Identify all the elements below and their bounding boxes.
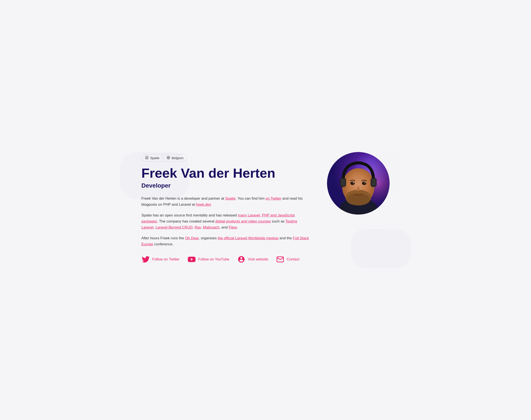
youtube-follow-label: Follow on YouTube (198, 257, 229, 262)
bio-p2-such-as: such as (271, 219, 286, 223)
location-tag: Belgium (163, 154, 187, 162)
right-column (327, 152, 390, 215)
person-title: Developer (141, 182, 310, 189)
freekdev-link[interactable]: freek.dev (196, 202, 211, 207)
svg-point-14 (353, 182, 354, 183)
contact-button[interactable]: Contact (276, 255, 299, 264)
mail-icon (276, 255, 285, 264)
bio-p3-and-the: and the (278, 236, 293, 240)
svg-point-12 (350, 181, 355, 185)
page-wrapper: Spatie Belgium Freek Van (133, 139, 398, 281)
products-link[interactable]: digital products and video courses (215, 219, 271, 223)
visit-website-button[interactable]: Visit website (237, 255, 268, 264)
tags-row: Spatie Belgium (141, 154, 310, 162)
ray-link[interactable]: Ray (195, 225, 201, 229)
youtube-follow-button[interactable]: Follow on YouTube (187, 255, 229, 264)
twitter-follow-label: Follow on Twitter (152, 257, 180, 262)
laravel-beyond-link[interactable]: Laravel Beyond CRUD (155, 225, 193, 229)
mailcoach-link[interactable]: Mailcoach (203, 225, 220, 229)
person-name: Freek Van der Herten (141, 166, 310, 180)
period: . (237, 225, 238, 229)
meetup-link[interactable]: the official Laravel Worldwide meetup (218, 236, 278, 240)
bio-section: Freek Van der Herten is a developer and … (141, 195, 310, 247)
bio-paragraph-2: Spatie has an open source first mentalit… (141, 212, 310, 230)
flare-link[interactable]: Flare (229, 225, 237, 229)
bio-p3-end: conference. (153, 242, 174, 246)
bio-paragraph-1: Freek Van der Herten is a developer and … (141, 195, 310, 208)
location-tag-label: Belgium (172, 156, 183, 160)
spatie-link[interactable]: Spatie (225, 196, 236, 200)
svg-rect-19 (371, 179, 376, 186)
person-circle-icon (237, 255, 246, 264)
bio-p1-prefix: Freek Van der Herten is a developer and … (141, 196, 225, 200)
and-text: , and (220, 225, 229, 229)
left-column: Spatie Belgium Freek Van (141, 152, 318, 264)
bio-p1-middle: . You can find him (236, 196, 265, 200)
youtube-icon (187, 255, 196, 264)
globe-icon (167, 156, 170, 160)
visit-website-label: Visit website (248, 257, 268, 262)
bio-p2-middle: . The company has created several (157, 219, 215, 223)
header-row: Spatie Belgium Freek Van (141, 152, 390, 264)
content-area: Spatie Belgium Freek Van (141, 152, 390, 268)
company-tag-label: Spatie (150, 156, 160, 160)
twitter-follow-button[interactable]: Follow on Twitter (141, 255, 180, 264)
bio-paragraph-3: After hours Freek runs the Oh Dear, orga… (141, 235, 310, 247)
avatar (327, 152, 390, 215)
contact-label: Contact (287, 257, 299, 262)
svg-rect-18 (341, 179, 345, 186)
bio-p3-prefix: After hours Freek runs the (141, 236, 185, 240)
bio-p2-prefix: Spatie has an open source first mentalit… (141, 213, 238, 217)
comma2: , (193, 225, 194, 229)
comma3: , (201, 225, 203, 229)
twitter-link[interactable]: on Twitter (265, 196, 281, 200)
twitter-icon (141, 255, 150, 264)
bio-p3-organises: , organises (199, 236, 218, 240)
company-tag: Spatie (141, 154, 163, 162)
building-icon (145, 156, 148, 160)
ohdear-link[interactable]: Oh Dear (185, 236, 199, 240)
social-row: Follow on Twitter Follow on YouTube (141, 255, 310, 264)
svg-point-13 (362, 181, 366, 185)
comma1: , (153, 225, 155, 229)
svg-point-15 (364, 182, 366, 183)
